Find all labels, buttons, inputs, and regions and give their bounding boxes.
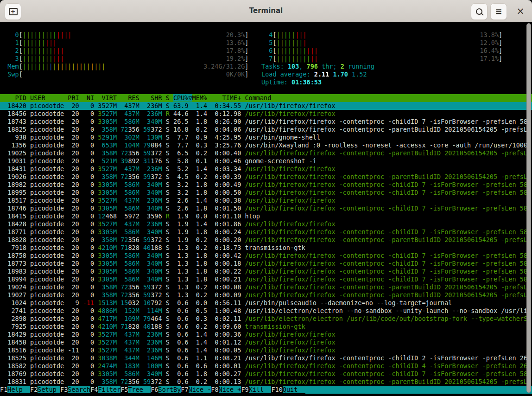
process-row-18771[interactable]: 18771 picodotde 20 0 3305M 586M 340M S 1… (0, 228, 532, 236)
cell-state: S (166, 244, 170, 251)
close-button[interactable]: × (513, 3, 528, 19)
cpu-meter-4: 4[|||||||| 13.8%] (261, 31, 502, 39)
process-row-18516[interactable]: 18516 picodotde -11 0 3527M 437M 236M S … (0, 346, 532, 354)
process-row-18420[interactable]: 18420 picodotde 20 0 3527M 437M 236M S 6… (0, 102, 532, 110)
process-row-19027[interactable]: 19027 picodotde 20 0 358M 72356 59372 S … (0, 291, 532, 299)
cell-shr (143, 220, 147, 228)
cell-pri: 20 (68, 252, 83, 259)
process-row-938[interactable]: 938 picodotde 20 0 5291M 302M 130M S 7.7… (0, 134, 532, 141)
fnkey-f4-filter[interactable]: F4Filter (90, 386, 120, 394)
column-header-res[interactable]: RES (120, 94, 143, 102)
cell-time: 4:25.95 (207, 134, 241, 141)
process-row-18431[interactable]: 18431 picodotde 20 0 3527M 437M 236M S 5… (0, 165, 532, 173)
process-row-19024[interactable]: 19024 picodotde 20 0 358M 72356 59372 S … (0, 283, 532, 291)
menu-button[interactable]: ≡ (490, 3, 507, 20)
cell-state: S (166, 323, 170, 330)
cell-command: /usr/lib/firefox/firefox -contentproc -p… (245, 236, 531, 243)
cell-cpu: 44.6 (170, 110, 189, 117)
cell-state: S (166, 141, 170, 149)
process-table-header[interactable]: PID USER PRI NI VIRT RES SHR S CPU%▽MEM%… (0, 94, 532, 102)
cell-pri: 20 (68, 149, 83, 157)
process-row-18982[interactable]: 18982 picodotde 20 0 3305M 586M 340M S 3… (0, 181, 532, 189)
scrollbar[interactable] (526, 23, 532, 393)
search-button[interactable] (471, 3, 488, 20)
process-row-18517[interactable]: 18517 picodotde 20 0 3527M 437M 236M S 2… (0, 197, 532, 204)
cell-cpu: 0.6 (170, 354, 189, 362)
process-row-18769[interactable]: 18769 picodotde 20 0 3305M 586M 340M S 0… (0, 370, 532, 378)
process-row-18429[interactable]: 18429 picodotde 20 0 3527M 437M 236M S 0… (0, 331, 532, 339)
fnkey-f7-nice-[interactable]: F7Nice - (181, 386, 211, 394)
process-row-18828[interactable]: 18828 picodotde 20 0 358M 72356 59372 S … (0, 236, 532, 244)
process-row-7925[interactable]: 7925 picodotde 20 0 4210M 71828 40188 S … (0, 323, 532, 331)
process-row-18995[interactable]: 18995 picodotde 20 0 3305M 586M 340M S 3… (0, 189, 532, 197)
column-header-mem[interactable]: MEM% (192, 94, 211, 102)
process-row-18582[interactable]: 18582 picodotde 20 0 2474M 183M 100M S 0… (0, 362, 532, 370)
process-row-18428[interactable]: 18428 picodotde 20 0 3527M 437M 236M S 1… (0, 220, 532, 228)
process-row-18458[interactable]: 18458 picodotde 20 0 3527M 437M 236M S 0… (0, 339, 532, 346)
process-row-7918[interactable]: 7918 picodotde 20 0 4210M 71828 40188 S … (0, 244, 532, 252)
process-row-18825[interactable]: 18825 picodotde 20 0 358M 72356 59372 S … (0, 126, 532, 134)
fnkey-f2-setup[interactable]: F2Setup (30, 386, 60, 394)
process-row-18758[interactable]: 18758 picodotde 20 0 3305M 586M 340M S 1… (0, 252, 532, 260)
process-row-18994[interactable]: 18994 picodotde 20 0 3305M 586M 340M S 1… (0, 275, 532, 283)
cell-cpu: 1.3 (170, 268, 189, 275)
cell-state: S (166, 236, 170, 243)
column-header-cpu-sort[interactable]: CPU%▽ (173, 94, 192, 102)
cell-time: 0:00.49 (207, 181, 241, 188)
process-row-18773[interactable]: 18773 picodotde 20 0 3305M 586M 340M S 1… (0, 260, 532, 268)
cell-mem: 1.8 (189, 189, 208, 196)
cell-state: S (166, 189, 170, 196)
process-row-18525[interactable]: 18525 picodotde 20 0 3038M 344M 146M S 0… (0, 354, 532, 362)
fnkey-f1-help[interactable]: F1Help (0, 386, 30, 394)
process-row-19026[interactable]: 19026 picodotde 20 0 358M 72356 59372 S … (0, 173, 532, 181)
cell-command: /usr/lib/firefox/firefox -contentproc -c… (245, 260, 531, 267)
process-row-1356[interactable]: 1356 picodotde 20 0 653M 104M 79084 S 7.… (0, 141, 532, 149)
fnkey-f3-search[interactable]: F3Search (60, 386, 90, 394)
fnkey-f9-kill[interactable]: F9Kill (241, 386, 271, 394)
process-row-2741[interactable]: 2741 picodotde 20 0 4886M 152M 114M S 0.… (0, 307, 532, 315)
cell-state: S (166, 102, 170, 109)
cell-user: picodotde (30, 197, 68, 204)
column-header-ni[interactable]: NI (83, 94, 98, 102)
cell-time: 0:00.36 (207, 331, 241, 338)
column-header-pid[interactable]: PID (0, 94, 30, 102)
scrollbar-thumb[interactable] (526, 23, 531, 393)
column-header-virt[interactable]: VIRT (98, 94, 120, 102)
process-row-18456[interactable]: 18456 picodotde 20 0 3527M 437M 236M R 4… (0, 110, 532, 118)
fnkey-f8-nice+[interactable]: F8Nice + (211, 386, 241, 394)
process-row-18831[interactable]: 18831 picodotde 20 0 358M 72356 59372 S … (0, 378, 532, 386)
column-header-time[interactable]: TIME+ (211, 94, 245, 102)
column-header-user[interactable]: USER (30, 94, 68, 102)
cell-ni: 0 (83, 126, 94, 133)
cell-pri: 20 (68, 260, 83, 267)
cell-ni: 0 (83, 149, 94, 157)
process-row-19025[interactable]: 19025 picodotde 20 0 358M 72356 59372 S … (0, 149, 532, 157)
cell-shr (143, 362, 147, 370)
fnkey-f10-quit[interactable]: F10Quit (271, 386, 305, 394)
cell-shr (143, 275, 147, 283)
cell-mem: 0.2 (189, 173, 208, 180)
cell-state: S (166, 378, 170, 385)
cell-time: 0:01.12 (207, 339, 241, 346)
process-row-19031[interactable]: 19031 picodotde 20 0 521M 39892 31176 S … (0, 157, 532, 165)
cell-ni: 0 (83, 118, 94, 125)
column-header-state[interactable]: S (166, 94, 173, 102)
column-header-shr[interactable]: SHR (143, 94, 166, 102)
process-row-18983[interactable]: 18983 picodotde 20 0 3305M 586M 340M S 1… (0, 268, 532, 275)
process-row-18746[interactable]: 18746 picodotde 20 0 3305M 586M 340M S 2… (0, 204, 532, 212)
process-row-1024[interactable]: 1024 picodotde 9 -11 1513M 15032 10792 S… (0, 299, 532, 307)
cell-pid: 18582 (0, 362, 30, 370)
cell-state: S (166, 173, 170, 180)
process-row-18415[interactable]: 18415 picodotde 20 0 12468 5972 3596 R 1… (0, 212, 532, 220)
column-header-pri[interactable]: PRI (68, 94, 83, 102)
cell-mem: 0.3 (189, 141, 208, 149)
fnkey-f5-tree[interactable]: F5Tree (120, 386, 151, 394)
cell-ni: 0 (83, 134, 94, 141)
process-row-2898[interactable]: 2898 picodotde 20 0 4717M 109M 79464 S 0… (0, 315, 532, 323)
fnkey-f6-sortby[interactable]: F6SortBy (151, 386, 181, 394)
cell-state: S (166, 181, 170, 188)
column-header-command[interactable]: Command (245, 94, 271, 102)
cell-pri: 20 (68, 244, 83, 251)
cell-pid: 18994 (0, 275, 30, 283)
process-row-18743[interactable]: 18743 picodotde 20 0 3305M 586M 340M S 2… (0, 118, 532, 126)
